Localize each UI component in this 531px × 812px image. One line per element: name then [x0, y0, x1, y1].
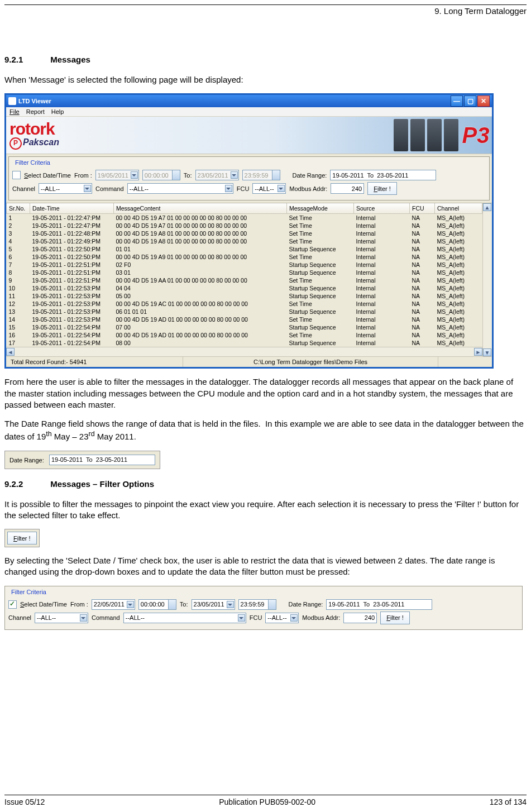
col-datetime[interactable]: Date-Time: [30, 203, 114, 214]
page-footer: Issue 05/12 Publication PUB059-002-00 12…: [4, 795, 527, 806]
to-time-spinner[interactable]: [242, 170, 280, 180]
table-row[interactable]: 519-05-2011 - 01:22:50:PM01 01Startup Se…: [7, 245, 482, 253]
table-row[interactable]: 1419-05-2011 - 01:22:53:PM00 00 4D D5 19…: [7, 316, 482, 323]
heading-number: 9.2.1: [4, 55, 48, 64]
filter2-select-datetime-label: Select Date/Time From :Select Date/Time …: [20, 601, 88, 608]
col-srno[interactable]: Sr.No.: [7, 203, 30, 214]
heading-title: Messages: [50, 55, 90, 64]
menu-report[interactable]: Report: [26, 108, 45, 115]
col-mode[interactable]: MessageMode: [287, 203, 354, 214]
titlebar[interactable]: LTD Viewer — ▢ ✕: [6, 95, 492, 107]
table-row[interactable]: 819-05-2011 - 01:22:51:PM03 01Startup Se…: [7, 269, 482, 276]
filter2-from-time-spinner[interactable]: [138, 599, 176, 610]
scroll-up-icon[interactable]: ▲: [483, 203, 491, 211]
filter2-date-range-display: [326, 599, 432, 610]
filter-criteria-legend: Filter Criteria: [13, 159, 52, 166]
paragraph-intro: When 'Message' is selected the following…: [4, 74, 527, 85]
messages-grid: Sr.No. Date-Time MessageContent MessageM…: [6, 203, 492, 356]
menu-file[interactable]: File: [9, 108, 20, 115]
filter2-command-label: Command: [92, 614, 120, 621]
fcu-select[interactable]: [252, 183, 286, 194]
filter2-from-date-select[interactable]: [92, 599, 135, 610]
paragraph-filter-intro: It is possible to filter the messages to…: [4, 499, 527, 522]
horizontal-scrollbar[interactable]: ◄ ►: [6, 347, 482, 356]
col-source[interactable]: Source: [354, 203, 410, 214]
select-datetime-label: SSelect Date/Time From :elect Date/Time …: [24, 172, 92, 179]
command-select[interactable]: [127, 183, 233, 194]
filter2-select-datetime-checkbox[interactable]: [8, 600, 17, 609]
from-time-spinner[interactable]: [142, 170, 180, 180]
modbus-addr-input[interactable]: [331, 183, 364, 194]
col-fcu[interactable]: FCU: [410, 203, 435, 214]
select-datetime-checkbox[interactable]: [12, 171, 21, 179]
scroll-left-icon[interactable]: ◄: [6, 348, 15, 356]
paragraph-after-window: From here the user is able to filter the…: [4, 376, 527, 410]
scroll-right-icon[interactable]: ►: [474, 348, 482, 356]
paragraph-daterange: The Date Range field shows the range of …: [4, 418, 527, 443]
table-row[interactable]: 319-05-2011 - 01:22:48:PM00 00 4D D5 19 …: [7, 230, 482, 237]
filter2-fcu-select[interactable]: [265, 613, 299, 623]
table-row[interactable]: 1619-05-2011 - 01:22:54:PM00 00 4D D5 19…: [7, 331, 482, 339]
date-range-label: Date Range:: [293, 172, 327, 179]
heading-922: 9.2.2 Messages – Filter Options: [4, 479, 527, 489]
filter-criteria-group: Filter Criteria SSelect Date/Time From :…: [8, 156, 490, 200]
table-row[interactable]: 419-05-2011 - 01:22:49:PM00 00 4D D5 19 …: [7, 237, 482, 245]
channel-select[interactable]: [39, 183, 92, 194]
filter2-modbus-label: Modbus Addr:: [302, 614, 340, 621]
filter2-legend: Filter Criteria: [9, 589, 48, 595]
filter2-to-label: To:: [180, 601, 188, 608]
date-range-display: [330, 170, 436, 180]
statusbar: Total Record Found:- 54941 C:\Long Term …: [6, 356, 492, 367]
crop-date-range-label: Date Range:: [9, 456, 44, 463]
table-row[interactable]: 1019-05-2011 - 01:22:53:PM04 04Startup S…: [7, 284, 482, 292]
filter2-modbus-input[interactable]: [343, 613, 377, 623]
filter2-channel-label: Channel: [8, 614, 31, 621]
menu-help[interactable]: Help: [51, 108, 64, 115]
maximize-button[interactable]: ▢: [464, 95, 476, 107]
rotork-logo: rotork: [9, 121, 59, 137]
from-date-select[interactable]: [95, 170, 139, 180]
vertical-scrollbar[interactable]: ▲ ▼: [482, 203, 492, 356]
filter-button[interactable]: FFilter !ilter !: [367, 182, 397, 195]
filter2-date-range-label: Date Range:: [289, 601, 323, 608]
devices-art: [394, 119, 458, 151]
filter2-command-select[interactable]: [123, 613, 246, 623]
filter2-filter-button[interactable]: Filter !Filter !: [380, 612, 410, 624]
table-row[interactable]: 119-05-2011 - 01:22:47:PM00 00 4D D5 19 …: [7, 214, 482, 222]
footer-page-number: 123 of 134: [490, 797, 527, 806]
filter2-to-time-spinner[interactable]: [238, 599, 276, 610]
filter2-channel-select[interactable]: [35, 613, 88, 623]
footer-publication: Publication PUB059-002-00: [219, 797, 315, 806]
crop-date-range-value: [49, 455, 155, 465]
status-path: C:\Long Term Datalogger files\Demo Files: [183, 357, 438, 367]
pakscan-logo: PPakscan: [9, 137, 59, 150]
table-row[interactable]: 1219-05-2011 - 01:22:53:PM00 00 4D D5 19…: [7, 300, 482, 308]
table-row[interactable]: 1319-05-2011 - 01:22:53:PM06 01 01 01Sta…: [7, 308, 482, 316]
table-row[interactable]: 719-05-2011 - 01:22:51:PM02 F0Startup Se…: [7, 261, 482, 269]
status-empty: [438, 357, 492, 367]
chapter-title: 9. Long Term Datalogger: [434, 6, 527, 16]
to-date-select[interactable]: [195, 170, 239, 180]
table-row[interactable]: 619-05-2011 - 01:22:50:PM00 00 4D D5 19 …: [7, 253, 482, 261]
col-channel[interactable]: Channel: [435, 203, 482, 214]
ltd-viewer-window: LTD Viewer — ▢ ✕ File Report Help rotork…: [4, 93, 494, 369]
table-row[interactable]: 919-05-2011 - 01:22:51:PM00 00 4D D5 19 …: [7, 276, 482, 284]
table-row[interactable]: 1719-05-2011 - 01:22:54:PM08 00Startup S…: [7, 339, 482, 347]
to-label: To:: [184, 172, 192, 179]
close-button[interactable]: ✕: [477, 95, 490, 107]
banner: rotork PPakscan P3: [6, 117, 492, 154]
modbus-label: Modbus Addr:: [289, 185, 327, 192]
minimize-button[interactable]: —: [451, 95, 463, 107]
heading-title: Messages – Filter Options: [50, 479, 154, 489]
filter2-to-date-select[interactable]: [192, 599, 235, 610]
col-content[interactable]: MessageContent: [114, 203, 287, 214]
crop-filter-button[interactable]: Filter !Filter !: [7, 532, 37, 544]
page-header: 9. Long Term Datalogger: [4, 4, 527, 16]
table-row[interactable]: 1119-05-2011 - 01:22:53:PM05 00Startup S…: [7, 292, 482, 300]
command-label: Command: [95, 185, 124, 192]
grid-header-row[interactable]: Sr.No. Date-Time MessageContent MessageM…: [7, 203, 482, 214]
footer-issue: Issue 05/12: [4, 797, 45, 806]
scroll-down-icon[interactable]: ▼: [483, 348, 491, 356]
table-row[interactable]: 1519-05-2011 - 01:22:54:PM07 00Startup S…: [7, 323, 482, 331]
table-row[interactable]: 219-05-2011 - 01:22:47:PM00 00 4D D5 19 …: [7, 222, 482, 230]
